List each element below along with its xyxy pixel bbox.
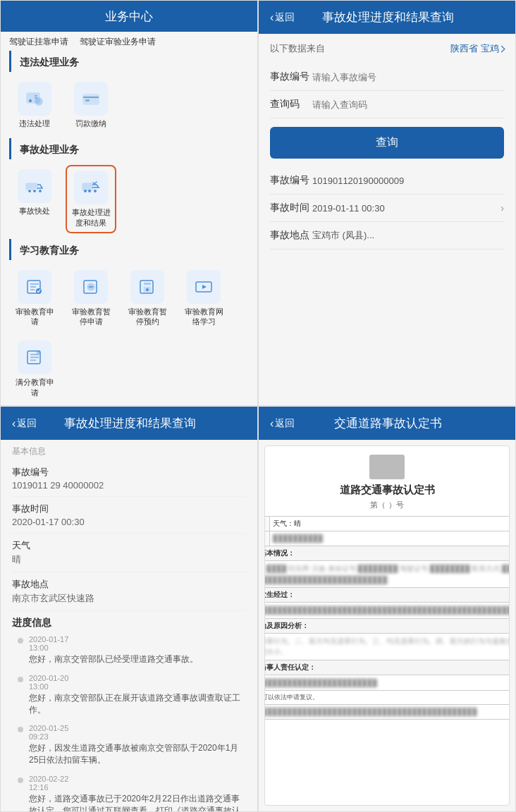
timeline-content-1: 2020-01-2013:00 您好，南京交管部队正在展开该道路交通事故调查取证… (29, 674, 246, 716)
cert-responsibility-title: 道路交通事故当事人责任认定： (264, 660, 510, 675)
timeline-text-2: 您好，因发生道路交通事故被南京交管部队于2020年1月25日依法扣留车辆。 (29, 742, 246, 766)
cert-analysis-blur: 一、双方均无违章行为。二、双方均无违章行为。三、均无违章行为。四、双方的行为与道… (264, 637, 510, 656)
edu5-item[interactable]: 满 满分教育申请 (9, 336, 60, 402)
violation-item[interactable]: 违法处理 (9, 78, 60, 133)
cert-blur-1: ██████████ (273, 534, 323, 542)
panel1-header: 业务中心 (1, 1, 257, 32)
cert-responsibility: ████████████████████████████████ (264, 675, 510, 691)
cert-subtitle: 第（ ）号 (370, 500, 403, 510)
field-row-2: 天气 晴 (12, 534, 246, 572)
result-row-2: 事故地点 宝鸡市 (凤县)... (270, 222, 504, 250)
result-value-0: 101901120190000009 (312, 176, 504, 186)
timeline-date-2: 2020-01-2509:23 (29, 724, 246, 741)
query-code-input[interactable] (312, 99, 504, 110)
top-item-2[interactable]: 驾驶证审验业务申请 (80, 36, 156, 48)
progress-section-title: 进度信息 (12, 611, 246, 632)
panel2-content: 以下数据来自 陕西省 宝鸡 事故编号 查询码 查询 事故编号 101901120… (259, 34, 515, 405)
panel3-back-btn[interactable]: ‹ 返回 (12, 417, 37, 430)
timeline-item-1: 2020-01-2013:00 您好，南京交管部队正在展开该道路交通事故调查取证… (18, 671, 246, 722)
timeline-text-0: 您好，南京交管部队已经受理道路交通事故。 (29, 653, 246, 665)
payment-label: 罚款缴纳 (75, 118, 106, 128)
cert-row-6: 当事人违章行为及原因分析： (264, 618, 510, 633)
cert-cell-val-0: 天气：晴 (270, 517, 510, 531)
field-row-3: 事故地点 南京市玄武区快速路 (12, 572, 246, 611)
panel4-back-label: 返回 (275, 417, 295, 430)
svg-point-1 (35, 98, 42, 105)
field-row-1: 事故时间 2020-01-17 00:30 (12, 497, 246, 534)
progress-timeline: 2020-01-1713:00 您好，南京交管部队已经受理道路交通事故。 202… (12, 632, 246, 811)
certificate-panel: ‹ 返回 交通道路事故认定书 道路交通事故认定书 第（ ）号 交通事故时间： 天… (258, 406, 516, 812)
result-value-1: 2019-01-11 00:30 (312, 203, 500, 214)
query-button[interactable]: 查询 (270, 127, 504, 159)
accident-no-label: 事故编号 (270, 70, 312, 83)
svg-point-6 (28, 190, 32, 193)
top-item-1[interactable]: 驾驶证挂靠申请 (9, 36, 68, 48)
cert-cell-label-0: 交通事故时间： (264, 517, 270, 531)
query-code-row: 查询码 (270, 91, 504, 118)
panel4-title: 交通道路事故认定书 (300, 415, 476, 431)
business-center-panel: 业务中心 驾驶证挂靠申请 驾驶证审验业务申请 违法处理业务 违法处理 (0, 0, 258, 406)
cert-row-8: 道路交通事故当事人责任认定： (264, 660, 510, 675)
edu4-item[interactable]: 审验教育网络学习 (178, 266, 229, 331)
panel4-content: 道路交通事故认定书 第（ ）号 交通事故时间： 天气：晴 交通事故地点： ███… (259, 440, 515, 811)
payment-item[interactable]: 罚款缴纳 (66, 78, 116, 133)
panel2-title: 事故处理进度和结果查询 (300, 9, 476, 25)
panel3-content: 基本信息 事故编号 1019011 29 40000002 事故时间 2020-… (1, 440, 257, 811)
basic-info-label: 基本信息 (12, 440, 246, 460)
cert-cell-val-1: ██████████ (270, 531, 510, 546)
edu3-icon (137, 277, 157, 297)
field-key-0: 事故编号 (12, 466, 246, 479)
panel1-title: 业务中心 (12, 8, 246, 25)
edu4-icon (194, 277, 214, 297)
timeline-date-1: 2020-01-2013:00 (29, 674, 246, 691)
result-row-0[interactable]: 事故编号 101901120190000009 (270, 167, 504, 195)
cert-appeal: 当事人不服的，可以依法申请复议。 (264, 691, 510, 705)
result-arrow-1: › (500, 202, 504, 214)
accident-quick-item[interactable]: 事故快处 (9, 165, 60, 233)
cert-analysis: 一、双方均无违章行为。二、双方均无违章行为。三、均无违章行为。四、双方的行为与道… (264, 633, 510, 660)
progress-detail-panel: ‹ 返回 事故处理进度和结果查询 基本信息 事故编号 1019011 29 40… (0, 406, 258, 812)
accident-no-row: 事故编号 (270, 63, 504, 91)
field-key-1: 事故时间 (12, 503, 246, 515)
result-label-0: 事故编号 (270, 174, 312, 187)
violation-label: 违法处理 (19, 118, 50, 128)
education-grid: 审验教育申请 审验教育暂停申请 (1, 263, 257, 405)
svg-point-2 (29, 99, 32, 102)
edu2-icon (81, 277, 101, 297)
cert-footer-blur: ████████████████████████████████████████… (264, 704, 510, 719)
timeline-dot-2 (18, 727, 23, 732)
panel4-back-btn[interactable]: ‹ 返回 (270, 417, 295, 430)
field-key-3: 事故地点 (12, 578, 246, 591)
cert-row-9: ████████████████████████████████ (264, 675, 510, 691)
timeline-content-0: 2020-01-1713:00 您好，南京交管部队已经受理道路交通事故。 (29, 635, 246, 665)
accident-no-input[interactable] (312, 72, 504, 82)
accident-progress-item[interactable]: 事故处理进度和结果 (66, 165, 116, 233)
cert-table: 交通事故时间： 天气：晴 交通事故地点： ██████████ 当事人、车辆基本… (264, 516, 510, 720)
field-val-2: 晴 (12, 553, 246, 566)
panel2-back-btn[interactable]: ‹ 返回 (270, 11, 295, 24)
panel4-header: ‹ 返回 交通道路事故认定书 (259, 407, 515, 440)
edu2-item[interactable]: 审验教育暂停申请 (66, 266, 116, 331)
cert-row-7: 一、双方均无违章行为。二、双方均无违章行为。三、均无违章行为。四、双方的行为与道… (264, 633, 510, 660)
source-label: 以下数据来自 (270, 42, 325, 55)
cert-row-5: ████████████████████████████████████████… (264, 603, 510, 619)
accident-section-title: 事故处理业务 (9, 138, 249, 159)
svg-point-7 (33, 190, 37, 193)
edu3-item[interactable]: 审验教育暂停预约 (122, 266, 173, 331)
edu1-item[interactable]: 审验教育申请 (9, 266, 60, 331)
cert-row-10: 当事人不服的，可以依法申请复议。 (264, 691, 510, 705)
accident-progress-label: 事故处理进度和结果 (70, 207, 112, 228)
timeline-date-0: 2020-01-1713:00 (29, 635, 246, 652)
timeline-text-3: 您好，道路交通事故已于2020年2月22日作出道路交通事故认定，您可以通过互联网… (29, 793, 246, 811)
payment-icon (81, 89, 101, 109)
result-row-1[interactable]: 事故时间 2019-01-11 00:30 › (270, 195, 504, 222)
source-value[interactable]: 陕西省 宝鸡 (450, 42, 504, 55)
svg-rect-4 (85, 99, 90, 102)
svg-point-10 (84, 190, 87, 192)
source-row: 以下数据来自 陕西省 宝鸡 (270, 42, 504, 55)
cert-header-image (369, 455, 405, 479)
accident-quick-icon-box (18, 169, 51, 203)
timeline-item-3: 2020-02-2212:16 您好，道路交通事故已于2020年2月22日作出道… (18, 772, 246, 811)
panel3-back-label: 返回 (17, 417, 37, 430)
field-val-3: 南京市玄武区快速路 (12, 592, 246, 605)
